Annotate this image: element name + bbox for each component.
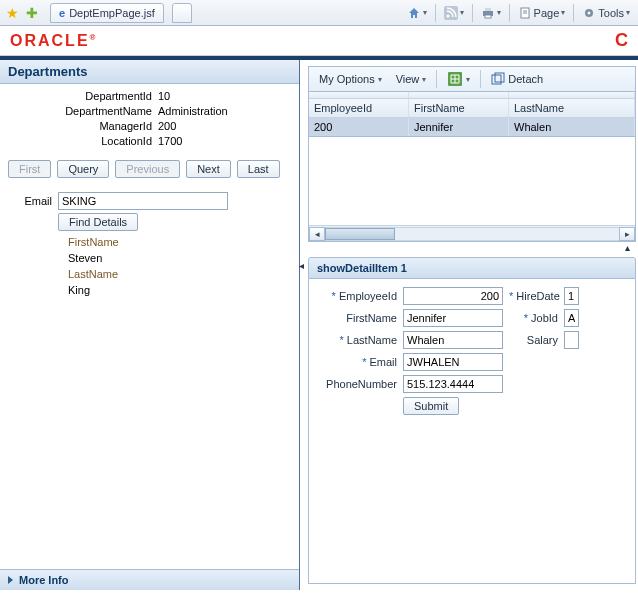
svg-rect-3	[485, 8, 491, 11]
dept-id-value: 10	[158, 90, 291, 102]
browser-toolbar: ★ ✚ e DeptEmpPage.jsf ▾ ▾ ▾ Page ▾	[0, 0, 638, 26]
favorites-icon[interactable]: ★	[4, 5, 20, 21]
cell-firstname: Jennifer	[409, 118, 509, 136]
brand-right-icon: C	[615, 30, 628, 51]
print-button[interactable]: ▾	[477, 2, 505, 24]
previous-button[interactable]: Previous	[115, 160, 180, 178]
scroll-right-icon[interactable]: ▸	[619, 227, 635, 241]
svg-rect-4	[485, 15, 491, 18]
email-detail-label: Email	[313, 356, 403, 368]
jobid-input[interactable]	[564, 309, 579, 327]
disclose-icon	[8, 576, 13, 584]
email-detail-input[interactable]	[403, 353, 503, 371]
brand-logo: ORACLE®	[10, 32, 97, 50]
view-menu[interactable]: View ▾	[392, 72, 431, 86]
rss-icon	[444, 6, 458, 20]
lastname-input[interactable]	[403, 331, 503, 349]
result-lastname-value: King	[68, 282, 291, 298]
firstname-input[interactable]	[403, 309, 503, 327]
last-button[interactable]: Last	[237, 160, 280, 178]
splitter-handle-icon: ◂	[299, 260, 304, 271]
employee-id-input[interactable]	[403, 287, 503, 305]
scroll-thumb[interactable]	[325, 228, 395, 240]
page-menu[interactable]: Page ▾	[514, 2, 570, 24]
find-details-button[interactable]: Find Details	[58, 213, 138, 231]
department-form: DepartmentId10 DepartmentNameAdministrat…	[0, 84, 299, 156]
cell-lastname: Whalen	[509, 118, 635, 136]
dept-nav-buttons: First Query Previous Next Last	[0, 156, 299, 186]
svg-rect-12	[495, 73, 504, 82]
table-toolbar: My Options ▾ View ▾ ▾ Detach	[308, 66, 636, 92]
detach-button[interactable]: Detach	[487, 71, 547, 87]
horizontal-scrollbar[interactable]: ◂ ▸	[309, 225, 635, 241]
grid-refresh-icon	[447, 71, 463, 87]
svg-point-9	[588, 11, 591, 14]
phone-label: PhoneNumber	[313, 378, 403, 390]
feeds-button[interactable]: ▾	[440, 2, 468, 24]
next-button[interactable]: Next	[186, 160, 231, 178]
manager-id-value: 200	[158, 120, 291, 132]
col-firstname[interactable]: FirstName	[409, 99, 509, 117]
splitter[interactable]: ◂	[300, 60, 306, 590]
detach-label: Detach	[508, 73, 543, 85]
collapse-toggle[interactable]: ▴	[308, 242, 636, 253]
first-button[interactable]: First	[8, 160, 51, 178]
submit-button[interactable]: Submit	[403, 397, 459, 415]
scroll-left-icon[interactable]: ◂	[309, 227, 325, 241]
tools-menu-label: Tools	[598, 7, 624, 19]
lastname-label: LastName	[313, 334, 403, 346]
print-icon	[481, 6, 495, 20]
salary-label: Salary	[509, 334, 564, 346]
email-input[interactable]	[58, 192, 228, 210]
detail-form: EmployeeId FirstName LastName Email Phon…	[308, 279, 636, 584]
firstname-label: FirstName	[313, 312, 403, 324]
gear-icon	[582, 6, 596, 20]
result-firstname-label: FirstName	[68, 234, 291, 250]
employee-id-label: EmployeeId	[313, 290, 403, 302]
tab-title: DeptEmpPage.jsf	[69, 7, 155, 19]
hiredate-input[interactable]	[564, 287, 579, 305]
detach-icon	[491, 72, 505, 86]
departments-header: Departments	[0, 60, 299, 84]
home-icon	[407, 6, 421, 20]
page-icon	[518, 6, 532, 20]
result-lastname-label: LastName	[68, 266, 291, 282]
query-button[interactable]: Query	[57, 160, 109, 178]
manager-id-label: ManagerId	[8, 120, 158, 132]
more-info-toggle[interactable]: More Info	[0, 569, 299, 590]
location-id-value: 1700	[158, 135, 291, 147]
svg-point-1	[446, 14, 449, 17]
svg-rect-11	[492, 75, 501, 84]
cell-employee-id: 200	[309, 118, 409, 136]
email-label: Email	[8, 195, 58, 207]
detail-header: showDetailItem 1	[308, 257, 636, 279]
brand-bar: ORACLE® C	[0, 26, 638, 56]
hiredate-label: HireDate	[509, 290, 564, 302]
location-id-label: LocationId	[8, 135, 158, 147]
col-employee-id[interactable]: EmployeeId	[309, 99, 409, 117]
more-info-label: More Info	[19, 574, 69, 586]
table-header: EmployeeId FirstName LastName	[309, 99, 635, 118]
browser-tab[interactable]: e DeptEmpPage.jsf	[50, 3, 164, 23]
jobid-label: JobId	[509, 312, 564, 324]
employees-table: EmployeeId FirstName LastName 200 Jennif…	[308, 92, 636, 242]
table-row[interactable]: 200 Jennifer Whalen	[309, 118, 635, 137]
dept-name-value: Administration	[158, 105, 291, 117]
add-favorite-icon[interactable]: ✚	[24, 5, 40, 21]
phone-input[interactable]	[403, 375, 503, 393]
result-firstname-value: Steven	[68, 250, 291, 266]
salary-input[interactable]	[564, 331, 579, 349]
new-tab-button[interactable]	[172, 3, 192, 23]
home-button[interactable]: ▾	[403, 2, 431, 24]
dept-name-label: DepartmentName	[8, 105, 158, 117]
tools-menu[interactable]: Tools ▾	[578, 2, 634, 24]
refresh-button[interactable]: ▾	[443, 70, 474, 88]
dept-id-label: DepartmentId	[8, 90, 158, 102]
ie-icon: e	[59, 7, 65, 19]
col-lastname[interactable]: LastName	[509, 99, 635, 117]
my-options-menu[interactable]: My Options ▾	[315, 72, 386, 86]
page-menu-label: Page	[534, 7, 560, 19]
